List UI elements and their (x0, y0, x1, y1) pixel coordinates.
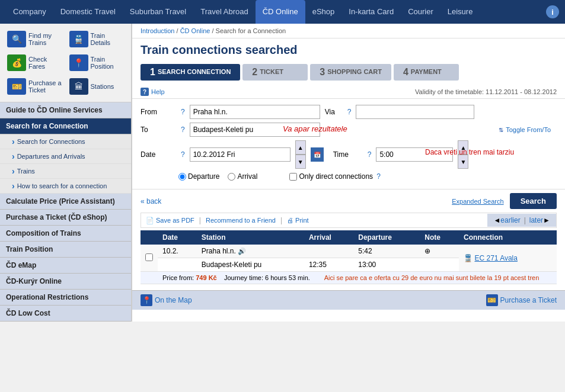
purchase-ticket-link[interactable]: 🎫 Purchase a Ticket (486, 294, 557, 306)
to-question-icon[interactable]: ? (181, 126, 185, 134)
nav-abroad[interactable]: Travel Abroad (193, 0, 255, 24)
via-label: Via (325, 108, 343, 116)
departure-radio-label[interactable]: Departure (178, 172, 219, 181)
sidebar-restrictions-section[interactable]: Operational Restrictions (0, 290, 131, 306)
later-button[interactable]: later (529, 216, 543, 224)
date-question-icon[interactable]: ? (181, 150, 185, 159)
earlier-later-controls: ◄ earlier | later ► (487, 214, 556, 227)
sidebar-position-section[interactable]: Train Position (0, 242, 131, 258)
arrival-radio-label[interactable]: Arrival (228, 172, 257, 181)
date-input[interactable] (190, 147, 291, 162)
time-question-icon[interactable]: ? (368, 150, 372, 159)
nav-company[interactable]: Company (6, 0, 53, 24)
sidebar-sub-how-to[interactable]: How to search for a connection (0, 179, 131, 194)
connection-link[interactable]: EC 271 Avala (474, 254, 518, 262)
export-actions: 📄 Save as PDF | Recommend to a Friend | … (141, 213, 487, 227)
nav-eshop[interactable]: eShop (305, 0, 342, 24)
step-3-num: 3 (320, 68, 325, 77)
via-input[interactable] (356, 105, 474, 119)
direct-checkbox-label[interactable]: Only direct connections ? (289, 172, 380, 181)
sidebar-calculate-section[interactable]: Calculate Price (Price Assistant) (0, 194, 131, 210)
results-area: « back Expanded Search Search 📄 Save as … (132, 189, 565, 284)
sidebar-lowcost-section[interactable]: ČD Low Cost (0, 306, 131, 322)
row-departure-a: 5:42 (353, 245, 420, 258)
breadcrumb-cd-online[interactable]: ČD Online (180, 27, 210, 34)
row-checkbox[interactable] (145, 253, 153, 261)
table-header-date: Date (158, 230, 197, 245)
sidebar-find-trains[interactable]: 🔍 Find my Trains (5, 28, 65, 50)
sidebar-stations[interactable]: 🏛 Stations (67, 76, 127, 97)
print-button[interactable]: 🖨 Print (287, 217, 309, 224)
printer-icon: 🖨 (287, 217, 293, 224)
arrival-radio[interactable] (228, 173, 235, 181)
to-input[interactable] (190, 123, 320, 137)
expanded-search-link[interactable]: Expanded Search (452, 198, 503, 205)
help-box-icon: ? (141, 88, 149, 96)
sidebar-check-fares[interactable]: 💰 Check Fares (5, 52, 65, 73)
recommend-button[interactable]: Recommend to a Friend (206, 217, 276, 224)
price-checkbox-cell (141, 272, 158, 284)
sidebar-purchase-ticket[interactable]: 🎫 Purchase a Ticket (5, 76, 65, 97)
earlier-button[interactable]: earlier (500, 216, 520, 224)
nav-domestic[interactable]: Domestic Travel (53, 0, 123, 24)
back-link[interactable]: « back (141, 197, 161, 205)
sidebar-sub-search-connections[interactable]: Search for Connections (0, 134, 131, 149)
save-pdf-button[interactable]: 📄 Save as PDF (146, 217, 194, 224)
help-link[interactable]: ? Help (141, 88, 165, 96)
options-row: Departure Arrival Only direct connection… (141, 172, 557, 181)
step-2-ticket[interactable]: 2 TICKET (242, 64, 308, 81)
nav-courier[interactable]: Courier (401, 0, 440, 24)
nav-suburban[interactable]: Suburban Travel (123, 0, 193, 24)
date-down-btn[interactable]: ▼ (295, 155, 306, 169)
search-button[interactable]: Search (510, 193, 557, 209)
departure-radio[interactable] (178, 173, 186, 181)
from-question-icon[interactable]: ? (181, 108, 185, 116)
toggle-from-to[interactable]: ⇅ Toggle From/To (499, 126, 557, 133)
row-arrival-b: 12:35 (304, 258, 353, 272)
time-spinners: ▲ ▼ (458, 140, 468, 169)
info-icon[interactable]: i (546, 5, 559, 18)
sidebar-composition-section[interactable]: Composition of Trains (0, 226, 131, 242)
date-spinners: ▲ ▼ (295, 140, 306, 169)
time-down-btn[interactable]: ▼ (458, 155, 468, 169)
sidebar-train-details[interactable]: 🚆 Train Details (67, 28, 127, 50)
sidebar-guide-section[interactable]: Guide to ČD Online Services (0, 102, 131, 118)
from-input[interactable] (190, 105, 320, 119)
step-3-cart[interactable]: 3 SHOPPING CART (310, 64, 391, 81)
calendar-icon[interactable]: 📅 (311, 147, 324, 162)
main-layout: 🔍 Find my Trains 🚆 Train Details 💰 Check… (0, 24, 565, 322)
on-map-link[interactable]: 📍 On the Map (141, 294, 192, 306)
toggle-link[interactable]: Toggle From/To (506, 126, 551, 133)
sidebar-search-section[interactable]: Search for a Connection (0, 118, 131, 134)
price-info-cell: Price from: 749 Kč Journey time: 6 hours… (158, 272, 557, 284)
step-4-payment[interactable]: 4 PAYMENT (394, 64, 459, 81)
table-header-arrival: Arrival (304, 230, 353, 245)
sidebar-train-position[interactable]: 📍 Train Position (67, 52, 127, 73)
results-table: Date Station Arrival Departure Note Conn… (141, 230, 557, 284)
sidebar-emap-section[interactable]: ČD eMap (0, 258, 131, 274)
stations-icon: 🏛 (69, 78, 88, 95)
direct-label: Only direct connections (299, 172, 373, 181)
sidebar-sub-departures[interactable]: Departures and Arrivals (0, 149, 131, 164)
direct-checkbox[interactable] (289, 173, 297, 181)
nav-cd-online[interactable]: ČD Online (256, 0, 305, 24)
top-navigation: Company Domestic Travel Suburban Travel … (0, 0, 565, 24)
check-fares-label: Check Fares (28, 56, 62, 70)
toggle-icon: ⇅ (499, 127, 503, 133)
date-up-btn[interactable]: ▲ (295, 140, 306, 155)
price-label: Price from: 749 Kč (162, 274, 217, 281)
check-fares-icon: 💰 (7, 54, 26, 71)
sidebar-purchase-section[interactable]: Purchase a Ticket (ČD eShop) (0, 210, 131, 226)
time-input[interactable] (376, 147, 453, 162)
sidebar-sub-trains[interactable]: Trains (0, 164, 131, 179)
purchase-ticket-label: Purchase a Ticket (500, 296, 557, 304)
nav-inkarta[interactable]: In-karta Card (341, 0, 401, 24)
earlier-later-sep: | (524, 216, 526, 224)
sidebar-kuryr-section[interactable]: ČD-Kurýr Online (0, 274, 131, 290)
direct-question-icon[interactable]: ? (376, 172, 381, 181)
via-question-icon[interactable]: ? (347, 108, 352, 116)
breadcrumb-intro[interactable]: Introduction (141, 27, 174, 34)
step-1-search[interactable]: 1 SEARCH CONNECTION (141, 64, 240, 81)
time-up-btn[interactable]: ▲ (458, 140, 468, 155)
nav-leisure[interactable]: Leisure (440, 0, 480, 24)
